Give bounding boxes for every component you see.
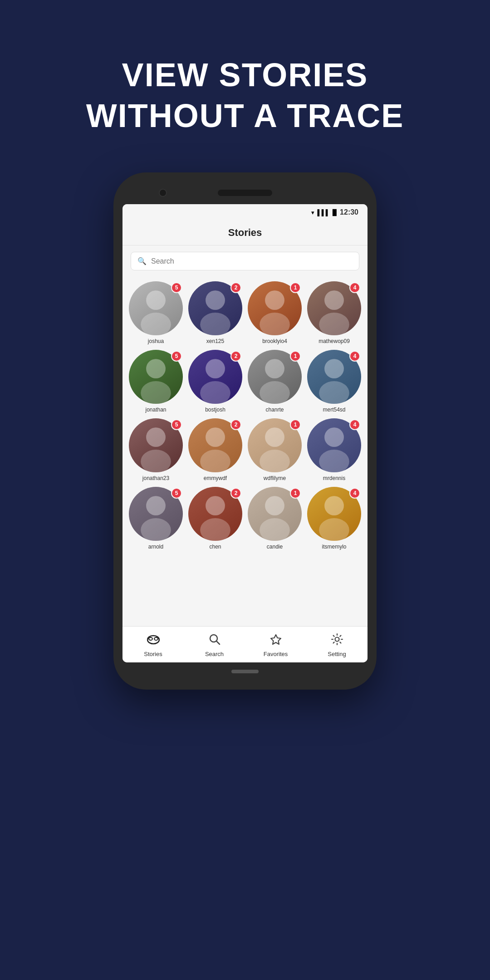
app-header: Stories [122, 220, 368, 245]
story-badge: 1 [290, 351, 301, 362]
story-item[interactable]: 1chanrte [248, 350, 302, 413]
svg-point-7 [319, 313, 349, 335]
svg-point-20 [265, 427, 284, 447]
status-icons: ▾ ▌▌▌ ▉ 12:30 [311, 208, 358, 216]
svg-point-12 [265, 359, 284, 378]
battery-icon: ▉ [333, 209, 337, 216]
story-badge: 1 [290, 488, 301, 499]
svg-point-10 [206, 359, 225, 378]
story-item[interactable]: 2emmywdf [188, 418, 242, 481]
hero-title: VIEW STORIES WITHOUT A TRACE [86, 54, 404, 136]
search-icon: 🔍 [137, 257, 147, 265]
story-avatar-wrapper: 1 [248, 350, 302, 404]
search-box[interactable]: 🔍 [131, 252, 359, 270]
svg-point-29 [260, 518, 290, 541]
story-item[interactable]: 4mrdennis [307, 418, 361, 481]
story-row-0: 5joshua2xen1251brooklyio44mathewop09 [129, 281, 361, 344]
svg-point-33 [149, 637, 152, 640]
svg-point-16 [146, 427, 166, 447]
nav-label-search: Search [205, 651, 224, 657]
story-badge: 5 [171, 419, 182, 430]
nav-item-search[interactable]: Search [184, 633, 245, 657]
story-avatar-wrapper: 4 [307, 350, 361, 404]
story-badge: 2 [230, 282, 241, 293]
story-username: chanrte [265, 407, 284, 413]
story-badge: 2 [230, 351, 241, 362]
favorites-nav-icon [270, 633, 282, 646]
story-username: mert54sd [323, 407, 345, 413]
story-username: emmywdf [204, 475, 227, 481]
story-badge: 4 [349, 419, 360, 430]
story-username: chen [209, 544, 221, 550]
story-username: itsmemylo [322, 544, 346, 550]
story-item[interactable]: 5jonathan23 [129, 418, 183, 481]
story-avatar-wrapper: 2 [188, 418, 242, 472]
story-item[interactable]: 5arnold [129, 487, 183, 550]
signal-icon: ▌▌▌ [317, 209, 330, 216]
story-avatar-wrapper: 5 [129, 281, 183, 335]
nav-item-favorites[interactable]: Favorites [245, 633, 306, 657]
home-button [231, 670, 259, 673]
svg-point-34 [154, 637, 158, 640]
svg-point-6 [324, 290, 344, 310]
story-avatar-wrapper: 2 [188, 487, 242, 541]
svg-point-22 [324, 427, 344, 447]
svg-marker-37 [271, 635, 281, 644]
phone-top-bar [122, 181, 368, 204]
svg-point-3 [200, 313, 230, 335]
svg-point-26 [206, 496, 225, 515]
svg-point-27 [200, 518, 230, 541]
svg-point-4 [265, 290, 284, 310]
story-item[interactable]: 5joshua [129, 281, 183, 344]
story-item[interactable]: 1brooklyio4 [248, 281, 302, 344]
search-nav-icon [208, 633, 221, 646]
story-username: wdflilyme [264, 475, 286, 481]
svg-point-8 [146, 359, 166, 378]
nav-label-stories: Stories [144, 651, 162, 657]
svg-point-38 [335, 637, 339, 641]
story-badge: 5 [171, 282, 182, 293]
story-row-1: 5jonathan2bostjosh1chanrte4mert54sd [129, 350, 361, 413]
story-username: jonathan23 [142, 475, 169, 481]
story-item[interactable]: 4mert54sd [307, 350, 361, 413]
svg-point-17 [141, 450, 171, 472]
story-badge: 2 [230, 488, 241, 499]
story-item[interactable]: 2chen [188, 487, 242, 550]
story-item[interactable]: 1wdflilyme [248, 418, 302, 481]
story-avatar-wrapper: 5 [129, 487, 183, 541]
svg-point-15 [319, 381, 349, 404]
svg-point-1 [141, 313, 171, 335]
story-username: mathewop09 [318, 338, 350, 344]
story-username: jonathan [145, 407, 166, 413]
story-username: bostjosh [205, 407, 225, 413]
story-item[interactable]: 4mathewop09 [307, 281, 361, 344]
story-item[interactable]: 4itsmemylo [307, 487, 361, 550]
nav-icon-search [208, 633, 221, 649]
story-item[interactable]: 2xen125 [188, 281, 242, 344]
story-avatar-wrapper: 1 [248, 281, 302, 335]
nav-icon-stories [147, 633, 160, 649]
nav-item-stories[interactable]: Stories [122, 633, 184, 657]
story-badge: 4 [349, 488, 360, 499]
story-item[interactable]: 1candie [248, 487, 302, 550]
bottom-nav: Stories Search Favorites Setting [122, 626, 368, 662]
story-badge: 4 [349, 282, 360, 293]
svg-point-11 [200, 381, 230, 404]
nav-item-setting[interactable]: Setting [306, 633, 368, 657]
story-badge: 5 [171, 488, 182, 499]
svg-point-31 [319, 518, 349, 541]
story-item[interactable]: 2bostjosh [188, 350, 242, 413]
story-avatar-wrapper: 4 [307, 487, 361, 541]
search-input[interactable] [151, 257, 353, 265]
phone-camera [159, 189, 167, 197]
phone-screen: ▾ ▌▌▌ ▉ 12:30 Stories 🔍 5joshua2 [122, 204, 368, 662]
search-container[interactable]: 🔍 [122, 245, 368, 277]
svg-point-19 [200, 450, 230, 472]
story-row-2: 5jonathan232emmywdf1wdflilyme4mrdennis [129, 418, 361, 481]
svg-point-24 [146, 496, 166, 515]
svg-point-2 [206, 290, 225, 310]
story-avatar-wrapper: 4 [307, 418, 361, 472]
nav-label-setting: Setting [328, 651, 346, 657]
story-item[interactable]: 5jonathan [129, 350, 183, 413]
story-badge: 4 [349, 351, 360, 362]
